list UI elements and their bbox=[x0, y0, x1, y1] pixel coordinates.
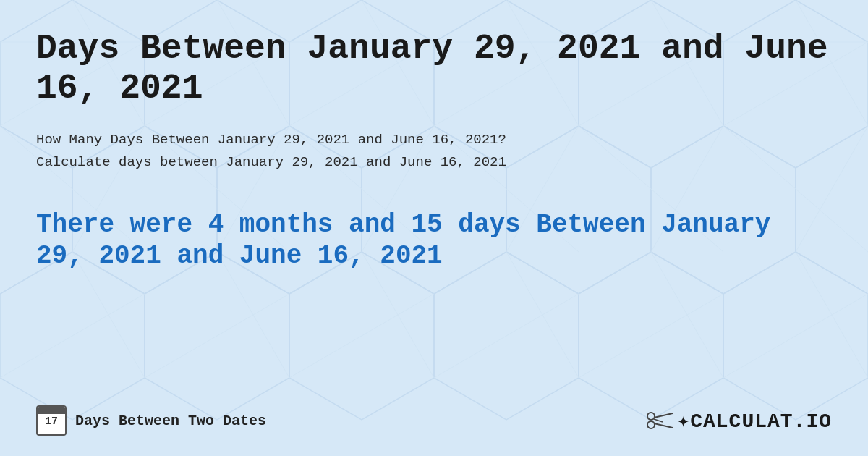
result-text: There were 4 months and 15 days Between … bbox=[36, 209, 832, 271]
subtitle-text: How Many Days Between January 29, 2021 a… bbox=[36, 129, 832, 173]
page-title: Days Between January 29, 2021 and June 1… bbox=[36, 29, 832, 109]
